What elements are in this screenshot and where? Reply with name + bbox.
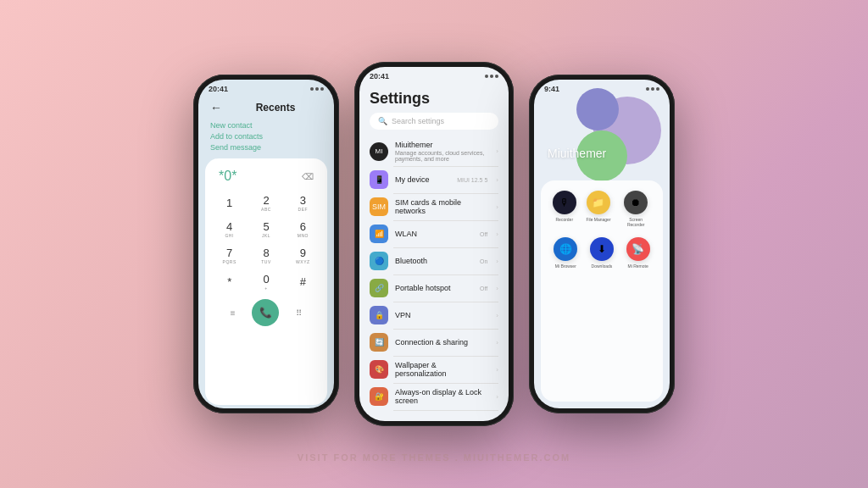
dialpad-container: *0* ⌫ 1 2ABC 3DEF 4GHI 5JKL 6MNO 7PQRS 8… [205,158,327,405]
dial-key-5[interactable]: 5JKL [248,217,283,241]
status-bar-3: 9:41 [534,80,670,96]
app-row-1: 🎙 Recorder 📁 File Manager ⏺ Screen Recor… [548,191,656,227]
browser-label: Mi Browser [555,263,576,269]
chevron-icon-3: › [496,230,498,238]
downloads-label: Downloads [592,263,613,269]
back-arrow-icon[interactable]: ← [210,101,222,114]
setting-text-device: My device [395,175,450,184]
setting-text-wlan: WLAN [395,230,473,238]
setting-text-bt: Bluetooth [395,257,473,265]
chevron-icon-2: › [496,203,498,211]
chevron-icon-7: › [496,339,498,347]
app-grid: 🎙 Recorder 📁 File Manager ⏺ Screen Recor… [541,180,663,402]
chevron-icon-1: › [496,176,498,184]
miremote-label: Mi Remote [628,263,648,269]
setting-text-connection: Connection & sharing [395,338,487,347]
chevron-icon-0: › [496,147,498,155]
device-icon: 📱 [370,170,388,189]
add-to-contacts-link[interactable]: Add to contacts [210,132,322,141]
bluetooth-icon: 🔵 [370,252,388,270]
chevron-icon-4: › [496,258,498,265]
battery-icon [320,87,324,91]
wifi-icon-3 [651,87,654,91]
phones-container: 20:41 ← Recents New contact Add to conta… [193,62,675,426]
time-2: 20:41 [370,72,389,80]
phone-settings: 20:41 Settings 🔍 Search settings [354,62,514,426]
call-button[interactable]: 📞 [252,299,279,326]
setting-bluetooth[interactable]: 🔵 Bluetooth On › [359,247,509,274]
screenrecorder-icon: ⏺ [624,191,648,214]
setting-text-hotspot: Portable hotspot [395,284,473,292]
dialer-links: New contact Add to contacts Send message [198,118,334,155]
app-filemanager[interactable]: 📁 File Manager [586,191,610,227]
dial-number: *0* [219,169,236,184]
signal-icon-2 [485,75,488,78]
menu-icon[interactable]: ≡ [231,308,236,318]
search-icon: 🔍 [378,117,387,125]
setting-sim[interactable]: SIM SIM cards & mobile networks › [359,193,509,220]
time-1: 20:41 [209,85,228,93]
setting-text-sim: SIM cards & mobile networks [395,198,487,215]
home-greeting: Miuithemer [534,96,670,174]
chevron-icon-5: › [496,285,498,292]
new-contact-link[interactable]: New contact [210,121,322,130]
setting-text-vpn: VPN [395,311,487,319]
dial-key-7[interactable]: 7PQRS [212,243,247,268]
dial-key-1[interactable]: 1 [212,191,247,215]
screenrecorder-label: Screen Recorder [620,217,651,227]
app-screenrecorder[interactable]: ⏺ Screen Recorder [620,191,651,227]
app-downloads[interactable]: ⬇ Downloads [590,237,614,269]
setting-text-wallpaper: Wallpaper & personalization [395,361,487,378]
phone-home: 9:41 Miuithemer 🎙 Recorder [529,75,675,413]
setting-vpn[interactable]: 🔒 VPN › [359,302,509,329]
recorder-label: Recorder [556,217,574,222]
setting-lock[interactable]: 🔐 Always-on display & Lock screen › [359,383,509,410]
watermark: VISIT FOR MORE THEMES . MIUITHEMER.COM [298,452,570,463]
wallpaper-icon: 🎨 [370,360,388,379]
setting-miuithemer[interactable]: MI Miuithemer Manage accounts, cloud ser… [359,136,509,166]
setting-hotspot[interactable]: 🔗 Portable hotspot Off › [359,274,509,302]
dialpad-grid: 1 2ABC 3DEF 4GHI 5JKL 6MNO 7PQRS 8TUV 9W… [212,191,320,294]
chevron-icon-8: › [496,366,498,374]
browser-icon: 🌐 [554,237,577,261]
dial-key-3[interactable]: 3DEF [286,191,320,215]
send-message-link[interactable]: Send message [210,143,322,152]
downloads-icon: ⬇ [590,237,614,261]
setting-wlan[interactable]: 📶 WLAN Off › [359,220,509,247]
keypad-icon[interactable]: ⠿ [296,308,302,318]
wifi-icon [315,87,319,91]
dialer-header: ← Recents [198,96,334,118]
dial-key-2[interactable]: 2ABC [248,191,283,215]
dial-key-0[interactable]: 0+ [248,269,283,294]
signal-icon-3 [646,87,649,91]
dial-key-6[interactable]: 6MNO [286,217,320,241]
filemanager-label: File Manager [586,217,610,222]
dial-key-9[interactable]: 9WXYZ [286,243,320,268]
backspace-icon[interactable]: ⌫ [302,172,314,181]
battery-icon-2 [495,75,498,78]
dial-key-8[interactable]: 8TUV [248,243,283,268]
chevron-icon-9: › [496,393,498,401]
time-3: 9:41 [544,85,559,93]
setting-wallpaper[interactable]: 🎨 Wallpaper & personalization › [359,356,509,383]
dial-key-star[interactable]: * [212,269,247,294]
search-bar[interactable]: 🔍 Search settings [370,113,498,130]
app-row-2: 🌐 Mi Browser ⬇ Downloads 📡 Mi Remote [548,237,656,269]
filemanager-icon: 📁 [587,191,610,214]
hotspot-icon: 🔗 [370,279,388,297]
app-browser[interactable]: 🌐 Mi Browser [554,237,577,269]
vpn-icon: 🔒 [370,306,388,324]
app-miremote[interactable]: 📡 Mi Remote [626,237,650,269]
setting-text-miuithemer: Miuithemer Manage accounts, cloud servic… [395,141,487,162]
dial-display: *0* ⌫ [212,165,320,191]
search-placeholder: Search settings [392,117,444,125]
chevron-icon-6: › [496,312,498,319]
dial-key-hash[interactable]: # [286,269,320,294]
app-recorder[interactable]: 🎙 Recorder [553,191,576,227]
signal-icon [310,87,314,91]
lock-icon: 🔐 [370,387,388,406]
status-bar-2: 20:41 [359,67,509,83]
dial-key-4[interactable]: 4GHI [212,217,247,241]
setting-connection[interactable]: 🔄 Connection & sharing › [359,329,509,356]
setting-device[interactable]: 📱 My device MIUI 12.5 5 › [359,166,509,193]
